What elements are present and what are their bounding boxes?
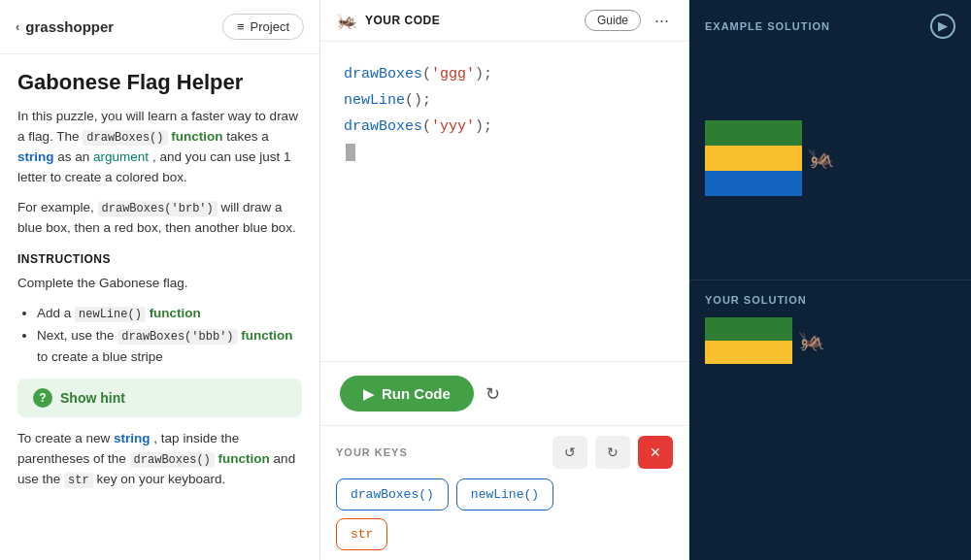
example-stripe-green [705,120,802,146]
logo-area: ‹ grasshopper [16,18,114,35]
example-paragraph: For example, drawBoxes('brb') will draw … [17,198,302,239]
middle-header-right: Guide ··· [585,10,673,31]
function-label-4: function [218,451,270,466]
solution-stripe-yellow [705,341,792,364]
intro-paragraph: In this puzzle, you will learn a faster … [17,107,302,188]
bullet-2: Next, use the drawBoxes('bbb') function … [37,325,302,368]
code-line-1: drawBoxes('ggg'); [344,61,665,87]
function-label-3: function [241,328,292,343]
instructions-heading: INSTRUCTIONS [17,252,302,266]
fn-3: drawBoxes [344,118,422,135]
show-hint-button[interactable]: ? Show hint [17,379,302,417]
code-editor[interactable]: drawBoxes('ggg'); newLine(); drawBoxes('… [320,42,688,361]
refresh-button[interactable]: ↻ [486,383,500,405]
str-key-button[interactable]: str [336,518,387,550]
run-code-bar: ▶ Run Code ↻ [320,361,688,425]
your-solution-section: YOUR SOLUTION 🦗 [689,280,971,560]
str-key-ref: str [64,473,93,488]
redo-button[interactable]: ↻ [595,436,630,469]
newline-ref: newLine() [75,307,146,322]
grasshopper-solution-icon: 🦗 [798,328,824,353]
project-label: Project [251,19,289,34]
project-button[interactable]: ≡ Project [222,14,304,40]
drawboxes-bbb-ref: drawBoxes('bbb') [117,329,237,345]
run-label: Run Code [382,385,451,402]
hint-icon: ? [33,388,52,408]
code-line-2: newLine(); [344,87,665,114]
example-solution-section: EXAMPLE SOLUTION ▶ 🦗 [689,0,971,280]
example-code: drawBoxes('brb') [98,201,218,216]
your-code-label: YOUR CODE [365,14,440,27]
back-icon[interactable]: ‹ [16,19,19,34]
right-panel: EXAMPLE SOLUTION ▶ 🦗 YOUR SOLUTION 🦗 [689,0,971,560]
keys-controls: ↺ ↻ ✕ [552,436,673,469]
grasshopper-example-icon: 🦗 [808,146,834,171]
draw-boxes-ref: drawBoxes() [83,130,167,146]
code-cursor-line [344,140,665,166]
left-header: ‹ grasshopper ≡ Project [0,0,319,54]
hint-label: Show hint [60,390,125,406]
example-flag-stripes [705,120,802,196]
fn-2: newLine [344,92,405,109]
instructions-main: Complete the Gabonese flag. [17,274,302,294]
cursor [346,144,355,161]
keys-row-2: str [336,518,673,550]
draw-boxes-key[interactable]: drawBoxes() [336,478,449,511]
grasshopper-header-icon: 🦗 [336,10,357,31]
argument-label: argument [93,149,149,164]
drawboxes-ref-2: drawBoxes() [130,452,215,468]
app-logo: grasshopper [25,18,114,35]
instructions-list: Add a newLine() function Next, use the d… [17,303,302,367]
puzzle-title: Gabonese Flag Helper [17,70,302,95]
more-options-button[interactable]: ··· [651,11,673,31]
example-stripe-yellow [705,146,802,171]
your-solution-flag: 🦗 [705,317,955,364]
delete-button[interactable]: ✕ [638,436,673,469]
string-label-2: string [114,431,151,445]
run-code-button[interactable]: ▶ Run Code [340,376,474,412]
example-stripe-blue [705,171,802,196]
undo-button[interactable]: ↺ [552,436,587,469]
left-panel: ‹ grasshopper ≡ Project Gabonese Flag He… [0,0,320,560]
function-label: function [171,129,222,144]
new-line-key[interactable]: newLine() [456,478,553,511]
keys-label: YOUR KEYS [336,446,408,458]
example-section-title: EXAMPLE SOLUTION ▶ [705,14,955,39]
middle-header-left: 🦗 YOUR CODE [336,10,440,31]
solution-flag-stripes [705,317,792,364]
fn-1: drawBoxes [344,66,422,82]
your-section-title: YOUR SOLUTION [705,294,955,306]
middle-header: 🦗 YOUR CODE Guide ··· [320,0,688,42]
play-circle-icon: ▶ [938,19,948,33]
middle-panel: 🦗 YOUR CODE Guide ··· drawBoxes('ggg'); … [320,0,689,560]
play-example-button[interactable]: ▶ [930,14,955,39]
bullet-1: Add a newLine() function [37,303,302,324]
left-content: Gabonese Flag Helper In this puzzle, you… [0,54,319,560]
keys-row: drawBoxes() newLine() [336,478,673,511]
keys-header: YOUR KEYS ↺ ↻ ✕ [336,436,673,469]
function-label-2: function [150,306,201,320]
guide-button[interactable]: Guide [585,10,641,31]
code-line-3: drawBoxes('yyy'); [344,114,665,140]
string-label: string [17,149,54,164]
keys-section: YOUR KEYS ↺ ↻ ✕ drawBoxes() newLine() st… [320,425,688,560]
bottom-paragraph: To create a new string , tap inside the … [17,429,302,490]
solution-stripe-green [705,317,792,341]
project-icon: ≡ [237,19,245,34]
example-flag-display: 🦗 [705,50,955,266]
play-icon: ▶ [363,386,374,402]
